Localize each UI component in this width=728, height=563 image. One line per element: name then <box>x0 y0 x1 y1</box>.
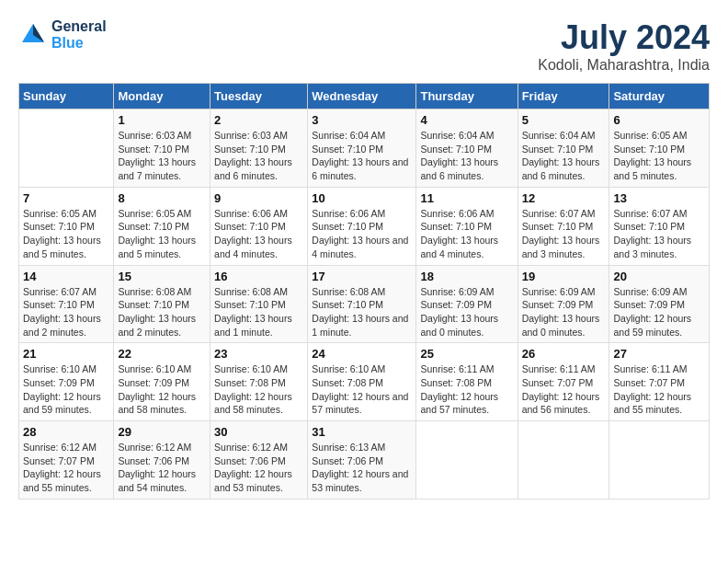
header-cell-tuesday: Tuesday <box>210 84 308 109</box>
day-number: 25 <box>420 347 513 361</box>
calendar-cell: 25Sunrise: 6:11 AMSunset: 7:08 PMDayligh… <box>416 343 518 421</box>
calendar-cell: 9Sunrise: 6:06 AMSunset: 7:10 PMDaylight… <box>210 187 308 265</box>
day-info: Sunrise: 6:05 AMSunset: 7:10 PMDaylight:… <box>613 129 705 183</box>
day-number: 19 <box>522 270 606 283</box>
calendar-cell: 15Sunrise: 6:08 AMSunset: 7:10 PMDayligh… <box>114 265 210 343</box>
calendar-cell: 20Sunrise: 6:09 AMSunset: 7:09 PMDayligh… <box>609 265 710 343</box>
day-info: Sunrise: 6:10 AMSunset: 7:09 PMDaylight:… <box>23 362 109 417</box>
day-number: 23 <box>214 347 303 361</box>
day-number: 11 <box>420 191 513 205</box>
calendar-cell <box>19 109 114 188</box>
logo-icon <box>18 20 48 50</box>
calendar-cell: 28Sunrise: 6:12 AMSunset: 7:07 PMDayligh… <box>19 421 114 500</box>
day-number: 3 <box>312 113 412 127</box>
day-number: 14 <box>23 270 109 283</box>
day-info: Sunrise: 6:04 AMSunset: 7:10 PMDaylight:… <box>420 129 513 183</box>
day-info: Sunrise: 6:05 AMSunset: 7:10 PMDaylight:… <box>118 207 206 261</box>
day-info: Sunrise: 6:07 AMSunset: 7:10 PMDaylight:… <box>23 285 109 339</box>
calendar-cell: 13Sunrise: 6:07 AMSunset: 7:10 PMDayligh… <box>609 187 710 265</box>
day-number: 30 <box>214 425 303 439</box>
calendar-cell <box>609 421 710 500</box>
day-number: 26 <box>522 347 606 361</box>
calendar-cell: 19Sunrise: 6:09 AMSunset: 7:09 PMDayligh… <box>518 265 609 343</box>
title-area: July 2024 Kodoli, Maharashtra, India <box>538 18 710 74</box>
calendar-table: SundayMondayTuesdayWednesdayThursdayFrid… <box>18 83 710 500</box>
calendar-cell: 7Sunrise: 6:05 AMSunset: 7:10 PMDaylight… <box>19 187 114 265</box>
day-number: 22 <box>118 347 206 361</box>
day-info: Sunrise: 6:12 AMSunset: 7:06 PMDaylight:… <box>214 441 303 495</box>
day-number: 28 <box>23 425 109 439</box>
day-info: Sunrise: 6:08 AMSunset: 7:10 PMDaylight:… <box>118 285 206 339</box>
calendar-cell: 10Sunrise: 6:06 AMSunset: 7:10 PMDayligh… <box>308 187 416 265</box>
day-number: 20 <box>613 270 705 283</box>
calendar-cell: 18Sunrise: 6:09 AMSunset: 7:09 PMDayligh… <box>416 265 518 343</box>
day-number: 29 <box>118 425 206 439</box>
day-info: Sunrise: 6:04 AMSunset: 7:10 PMDaylight:… <box>522 129 606 183</box>
header-cell-thursday: Thursday <box>416 84 518 109</box>
day-info: Sunrise: 6:11 AMSunset: 7:07 PMDaylight:… <box>522 362 606 417</box>
header-cell-saturday: Saturday <box>609 84 710 109</box>
day-number: 1 <box>118 113 206 127</box>
calendar-cell <box>416 421 518 500</box>
calendar-cell: 23Sunrise: 6:10 AMSunset: 7:08 PMDayligh… <box>210 343 308 421</box>
logo: General Blue <box>18 18 107 52</box>
day-info: Sunrise: 6:06 AMSunset: 7:10 PMDaylight:… <box>214 207 303 261</box>
day-number: 15 <box>118 270 206 283</box>
day-info: Sunrise: 6:07 AMSunset: 7:10 PMDaylight:… <box>522 207 606 261</box>
calendar-cell: 27Sunrise: 6:11 AMSunset: 7:07 PMDayligh… <box>609 343 710 421</box>
day-number: 31 <box>312 425 412 439</box>
calendar-title: July 2024 <box>538 18 710 57</box>
day-number: 21 <box>23 347 109 361</box>
day-number: 12 <box>522 191 606 205</box>
calendar-cell: 30Sunrise: 6:12 AMSunset: 7:06 PMDayligh… <box>210 421 308 500</box>
header-cell-sunday: Sunday <box>19 84 114 109</box>
calendar-cell: 2Sunrise: 6:03 AMSunset: 7:10 PMDaylight… <box>210 109 308 188</box>
day-info: Sunrise: 6:10 AMSunset: 7:08 PMDaylight:… <box>312 362 412 417</box>
day-number: 8 <box>118 191 206 205</box>
day-number: 2 <box>214 113 303 127</box>
calendar-cell: 31Sunrise: 6:13 AMSunset: 7:06 PMDayligh… <box>308 421 416 500</box>
logo-text-line2: Blue <box>51 35 107 52</box>
calendar-cell: 14Sunrise: 6:07 AMSunset: 7:10 PMDayligh… <box>19 265 114 343</box>
day-info: Sunrise: 6:10 AMSunset: 7:09 PMDaylight:… <box>118 362 206 417</box>
day-info: Sunrise: 6:09 AMSunset: 7:09 PMDaylight:… <box>613 285 705 339</box>
day-number: 6 <box>613 113 705 127</box>
day-info: Sunrise: 6:08 AMSunset: 7:10 PMDaylight:… <box>214 285 303 339</box>
day-info: Sunrise: 6:06 AMSunset: 7:10 PMDaylight:… <box>420 207 513 261</box>
day-info: Sunrise: 6:13 AMSunset: 7:06 PMDaylight:… <box>312 441 412 495</box>
calendar-cell: 12Sunrise: 6:07 AMSunset: 7:10 PMDayligh… <box>518 187 609 265</box>
calendar-cell: 4Sunrise: 6:04 AMSunset: 7:10 PMDaylight… <box>416 109 518 188</box>
calendar-subtitle: Kodoli, Maharashtra, India <box>538 57 710 74</box>
day-info: Sunrise: 6:05 AMSunset: 7:10 PMDaylight:… <box>23 207 109 261</box>
calendar-body: 1Sunrise: 6:03 AMSunset: 7:10 PMDaylight… <box>19 109 710 500</box>
day-info: Sunrise: 6:04 AMSunset: 7:10 PMDaylight:… <box>312 129 412 183</box>
day-number: 24 <box>312 347 412 361</box>
calendar-header: SundayMondayTuesdayWednesdayThursdayFrid… <box>19 84 710 109</box>
calendar-cell: 16Sunrise: 6:08 AMSunset: 7:10 PMDayligh… <box>210 265 308 343</box>
calendar-cell: 21Sunrise: 6:10 AMSunset: 7:09 PMDayligh… <box>19 343 114 421</box>
day-info: Sunrise: 6:06 AMSunset: 7:10 PMDaylight:… <box>312 207 412 261</box>
calendar-cell: 5Sunrise: 6:04 AMSunset: 7:10 PMDaylight… <box>518 109 609 188</box>
day-info: Sunrise: 6:12 AMSunset: 7:07 PMDaylight:… <box>23 441 109 495</box>
calendar-cell: 6Sunrise: 6:05 AMSunset: 7:10 PMDaylight… <box>609 109 710 188</box>
calendar-week-4: 28Sunrise: 6:12 AMSunset: 7:07 PMDayligh… <box>19 421 710 500</box>
day-info: Sunrise: 6:09 AMSunset: 7:09 PMDaylight:… <box>420 285 513 339</box>
header-row: SundayMondayTuesdayWednesdayThursdayFrid… <box>19 84 710 109</box>
calendar-week-3: 21Sunrise: 6:10 AMSunset: 7:09 PMDayligh… <box>19 343 710 421</box>
day-number: 10 <box>312 191 412 205</box>
day-number: 27 <box>613 347 705 361</box>
day-info: Sunrise: 6:09 AMSunset: 7:09 PMDaylight:… <box>522 285 606 339</box>
day-number: 4 <box>420 113 513 127</box>
calendar-cell: 22Sunrise: 6:10 AMSunset: 7:09 PMDayligh… <box>114 343 210 421</box>
calendar-week-2: 14Sunrise: 6:07 AMSunset: 7:10 PMDayligh… <box>19 265 710 343</box>
day-info: Sunrise: 6:11 AMSunset: 7:07 PMDaylight:… <box>613 362 705 417</box>
calendar-cell: 8Sunrise: 6:05 AMSunset: 7:10 PMDaylight… <box>114 187 210 265</box>
day-number: 18 <box>420 270 513 283</box>
day-info: Sunrise: 6:10 AMSunset: 7:08 PMDaylight:… <box>214 362 303 417</box>
day-number: 5 <box>522 113 606 127</box>
calendar-cell: 26Sunrise: 6:11 AMSunset: 7:07 PMDayligh… <box>518 343 609 421</box>
day-info: Sunrise: 6:07 AMSunset: 7:10 PMDaylight:… <box>613 207 705 261</box>
calendar-cell: 29Sunrise: 6:12 AMSunset: 7:06 PMDayligh… <box>114 421 210 500</box>
header: General Blue July 2024 Kodoli, Maharasht… <box>18 18 710 74</box>
day-info: Sunrise: 6:11 AMSunset: 7:08 PMDaylight:… <box>420 362 513 417</box>
